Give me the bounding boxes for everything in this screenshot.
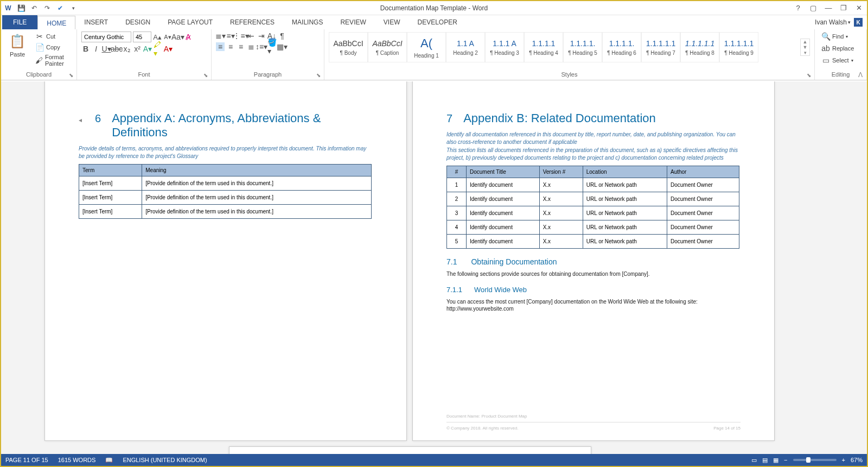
- table-row[interactable]: 4Identify documentX.xURL or Network path…: [447, 220, 739, 235]
- borders-icon[interactable]: ▦▾: [278, 42, 286, 51]
- restore-button[interactable]: ❐: [839, 4, 848, 12]
- cut-button[interactable]: ✂Cut: [33, 31, 72, 41]
- strikethrough-icon[interactable]: abc: [112, 45, 121, 53]
- collapse-ribbon-icon[interactable]: ᐱ: [856, 71, 865, 79]
- subscript-icon[interactable]: x₂: [123, 45, 131, 53]
- page-right[interactable]: 7 Appendix B: Related Documentation Iden…: [412, 81, 775, 441]
- close-button[interactable]: ✕: [854, 4, 864, 12]
- page-next[interactable]: 7.1.2Product Documentation CD-ROM Techni…: [229, 446, 591, 454]
- format-painter-button[interactable]: 🖌Format Painter: [33, 53, 72, 67]
- save-button[interactable]: 💾: [16, 3, 26, 13]
- bold-icon[interactable]: B: [81, 45, 90, 53]
- align-right-icon[interactable]: ≡: [237, 42, 245, 51]
- zoom-out-icon[interactable]: −: [784, 457, 787, 463]
- style-body[interactable]: AaBbCcI¶ Body: [329, 32, 368, 62]
- minimize-button[interactable]: —: [824, 4, 833, 12]
- highlight-icon[interactable]: 🖍▾: [154, 45, 162, 53]
- spellcheck-button[interactable]: ✔: [55, 3, 65, 13]
- multilevel-icon[interactable]: ⋮≡▾: [237, 31, 245, 40]
- styles-up-icon[interactable]: ▲: [801, 39, 809, 45]
- styles-gallery[interactable]: AaBbCcI¶ Body AaBbCcI¶ Caption A(Heading…: [329, 32, 799, 62]
- bullets-icon[interactable]: ≣▾: [216, 31, 225, 40]
- help-button[interactable]: ?: [793, 4, 803, 12]
- user-menu-icon[interactable]: ▾: [848, 20, 851, 25]
- line-spacing-icon[interactable]: ↕≡▾: [257, 42, 266, 51]
- document-canvas[interactable]: ◂ 6 Appendix A: Acronyms, Abbreviations …: [1, 81, 867, 454]
- style-h4[interactable]: 1.1.1.1¶ Heading 4: [524, 32, 563, 62]
- view-print-icon[interactable]: ▤: [762, 457, 768, 464]
- table-row[interactable]: 2Identify documentX.xURL or Network path…: [447, 192, 739, 206]
- increase-indent-icon[interactable]: ⇥: [257, 31, 266, 40]
- font-size-select[interactable]: [133, 31, 151, 42]
- zoom-slider[interactable]: [793, 459, 837, 461]
- font-color-icon[interactable]: A▾: [164, 45, 173, 53]
- user-name[interactable]: Ivan Walsh: [815, 18, 847, 26]
- style-h1[interactable]: A(Heading 1: [407, 32, 446, 62]
- style-h5[interactable]: 1.1.1.1.¶ Heading 5: [563, 32, 602, 62]
- clipboard-launcher[interactable]: ⬊: [69, 72, 75, 79]
- zoom-in-icon[interactable]: +: [842, 457, 845, 463]
- styles-launcher[interactable]: ⬊: [807, 72, 813, 79]
- shading-icon[interactable]: 🪣▾: [267, 42, 276, 51]
- table-row[interactable]: 5Identify documentX.xURL or Network path…: [447, 235, 739, 249]
- view-read-icon[interactable]: ▭: [751, 457, 757, 464]
- underline-icon[interactable]: U▾: [102, 45, 111, 53]
- table-row[interactable]: [Insert Term][Provide definition of the …: [79, 176, 372, 191]
- tab-home[interactable]: HOME: [37, 16, 75, 30]
- tab-insert[interactable]: INSERT: [75, 15, 117, 29]
- paragraph-launcher[interactable]: ⬊: [316, 72, 323, 79]
- user-badge[interactable]: K: [854, 18, 863, 27]
- styles-scroll[interactable]: ▲ ▼ ▾: [800, 39, 810, 56]
- table-related-docs[interactable]: # Document Title Version # Location Auth…: [446, 166, 739, 249]
- style-h8[interactable]: 1.1.1.1.1¶ Heading 8: [680, 32, 719, 62]
- show-marks-icon[interactable]: [278, 31, 286, 40]
- justify-icon[interactable]: ≣: [247, 42, 256, 51]
- tab-page-layout[interactable]: PAGE LAYOUT: [159, 15, 221, 29]
- tab-view[interactable]: VIEW: [375, 15, 409, 29]
- status-language[interactable]: ENGLISH (UNITED KINGDOM): [123, 457, 207, 463]
- table-row[interactable]: [Insert Term][Provide definition of the …: [79, 205, 372, 219]
- status-page[interactable]: PAGE 11 OF 15: [5, 457, 48, 463]
- table-terms[interactable]: TermMeaning [Insert Term][Provide defini…: [79, 164, 372, 219]
- decrease-indent-icon[interactable]: ⇤: [247, 31, 256, 40]
- tab-mailings[interactable]: MAILINGS: [283, 15, 331, 29]
- styles-down-icon[interactable]: ▼: [801, 45, 809, 50]
- page-left[interactable]: ◂ 6 Appendix A: Acronyms, Abbreviations …: [44, 81, 407, 441]
- replace-button[interactable]: abReplace: [819, 43, 862, 53]
- clear-formatting-icon[interactable]: A̷: [184, 33, 193, 41]
- style-h2[interactable]: 1.1 AHeading 2: [446, 32, 485, 62]
- italic-icon[interactable]: I: [92, 45, 100, 53]
- shrink-font-icon[interactable]: A▾: [163, 33, 172, 41]
- copy-button[interactable]: 📄Copy: [33, 42, 72, 52]
- tab-review[interactable]: REVIEW: [331, 15, 374, 29]
- style-h9[interactable]: 1.1.1.1.1¶ Heading 9: [719, 32, 758, 62]
- paste-button[interactable]: 📋 Paste: [5, 31, 29, 59]
- style-h3[interactable]: 1.1.1 A¶ Heading 3: [485, 32, 524, 62]
- font-launcher[interactable]: ⬊: [203, 72, 210, 79]
- ribbon-display-button[interactable]: ▢: [808, 4, 818, 12]
- superscript-icon[interactable]: x²: [133, 45, 142, 53]
- qat-more-button[interactable]: ▾: [68, 3, 78, 13]
- style-h6[interactable]: 1.1.1.1.¶ Heading 6: [602, 32, 641, 62]
- align-center-icon[interactable]: ≡: [226, 42, 235, 51]
- style-caption[interactable]: AaBbCcI¶ Caption: [368, 32, 407, 62]
- redo-button[interactable]: ↷: [42, 3, 52, 13]
- change-case-icon[interactable]: Aa▾: [174, 33, 182, 41]
- status-proof-icon[interactable]: 📖: [105, 457, 113, 464]
- styles-more-icon[interactable]: ▾: [801, 50, 809, 55]
- undo-button[interactable]: ↶: [29, 3, 39, 13]
- table-row[interactable]: 3Identify documentX.xURL or Network path…: [447, 206, 739, 220]
- find-button[interactable]: 🔍Find ▾: [819, 31, 862, 41]
- tab-references[interactable]: REFERENCES: [221, 15, 283, 29]
- select-button[interactable]: ▭Select ▾: [819, 55, 862, 65]
- view-web-icon[interactable]: ▦: [773, 457, 778, 464]
- style-h7[interactable]: 1.1.1.1.1¶ Heading 7: [641, 32, 680, 62]
- status-words[interactable]: 1615 WORDS: [58, 457, 96, 463]
- table-row[interactable]: 1Identify documentX.xURL or Network path…: [447, 178, 739, 192]
- table-row[interactable]: [Insert Term][Provide definition of the …: [79, 191, 372, 205]
- font-family-select[interactable]: [81, 31, 131, 42]
- tab-file[interactable]: FILE: [2, 15, 37, 29]
- tab-developer[interactable]: DEVELOPER: [409, 15, 465, 29]
- zoom-level[interactable]: 67%: [851, 457, 863, 463]
- tab-design[interactable]: DESIGN: [117, 15, 159, 29]
